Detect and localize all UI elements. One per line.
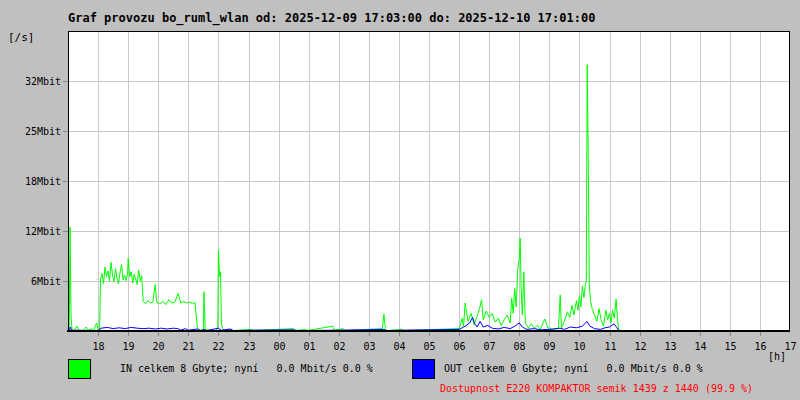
svg-text:03: 03: [363, 341, 375, 352]
svg-text:12: 12: [634, 341, 646, 352]
legend-in-swatch: [68, 359, 91, 379]
legend-out-label: OUT celkem 0 Gbyte; nyní 0.0 Mbit/s 0.0 …: [444, 359, 703, 379]
svg-text:01: 01: [303, 341, 315, 352]
svg-text:6Mbit: 6Mbit: [31, 276, 61, 287]
svg-text:15: 15: [724, 341, 736, 352]
svg-text:12Mbit: 12Mbit: [25, 226, 61, 237]
svg-text:04: 04: [393, 341, 405, 352]
svg-text:23: 23: [243, 341, 255, 352]
svg-text:08: 08: [513, 341, 525, 352]
legend-in-label: IN celkem 8 Gbyte; nyní 0.0 Mbit/s 0.0 %: [120, 359, 373, 379]
svg-text:19: 19: [122, 341, 134, 352]
svg-text:18Mbit: 18Mbit: [25, 176, 61, 187]
x-axis-unit-label: [h]: [768, 351, 786, 362]
svg-text:10: 10: [573, 341, 585, 352]
svg-text:02: 02: [333, 341, 345, 352]
svg-text:21: 21: [182, 341, 194, 352]
svg-text:18: 18: [92, 341, 104, 352]
svg-text:20: 20: [152, 341, 164, 352]
svg-text:13: 13: [664, 341, 676, 352]
svg-text:14: 14: [694, 341, 706, 352]
svg-text:11: 11: [604, 341, 616, 352]
availability-status-text: Dostupnost E220 KOMPAKTOR semik 1439 z 1…: [440, 382, 753, 396]
traffic-chart: 6Mbit12Mbit18Mbit25Mbit32Mbit18192021222…: [0, 0, 800, 400]
svg-text:09: 09: [543, 341, 555, 352]
legend-out-swatch: [412, 359, 435, 379]
svg-text:25Mbit: 25Mbit: [25, 126, 61, 137]
svg-text:06: 06: [453, 341, 465, 352]
svg-text:16: 16: [754, 341, 766, 352]
svg-text:05: 05: [423, 341, 435, 352]
svg-text:00: 00: [273, 341, 285, 352]
svg-text:32Mbit: 32Mbit: [25, 76, 61, 87]
svg-text:07: 07: [483, 341, 495, 352]
svg-text:17: 17: [784, 341, 796, 352]
svg-text:22: 22: [212, 341, 224, 352]
traffic-graph-page: Graf provozu bo_ruml_wlan od: 2025-12-09…: [0, 0, 800, 400]
